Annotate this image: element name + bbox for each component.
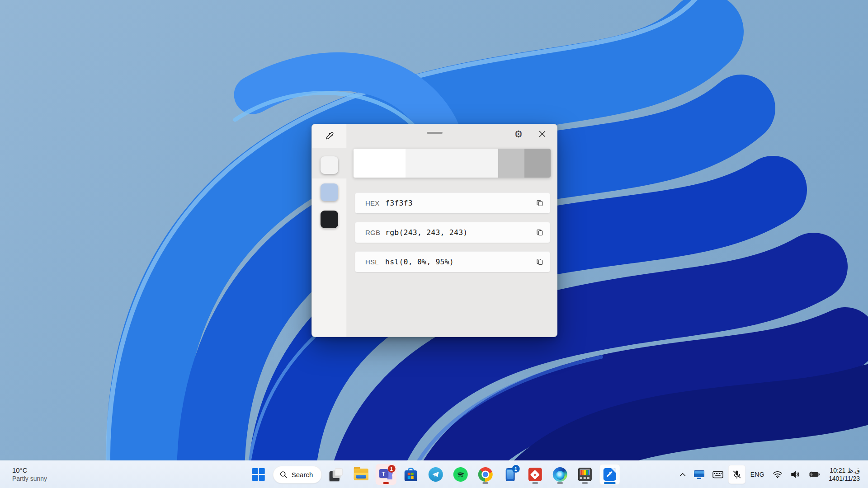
chrome-running-indicator (482, 482, 488, 484)
taskbar-app-red-diamond[interactable]: » (524, 464, 545, 485)
color-picker-window: ⚙ HEX f3f3f3 RGB (311, 124, 557, 337)
color-picker-app-icon (603, 468, 616, 481)
shade-gradient-bar[interactable] (354, 149, 551, 178)
windows-logo-icon (252, 468, 265, 481)
taskbar-center: Search T 1 (248, 461, 620, 488)
start-button[interactable] (248, 464, 269, 485)
taskbar-app-screenshot-layers[interactable] (326, 464, 346, 485)
chrome-icon (478, 467, 492, 482)
weather-widget[interactable]: 10°C Partly sunny (12, 466, 47, 483)
volume-button[interactable] (788, 465, 803, 484)
weather-temperature: 10°C (12, 466, 47, 475)
battery-charging-icon (808, 471, 820, 478)
tray-date: 1401/11/23 (829, 474, 860, 483)
history-swatch-3[interactable] (321, 211, 338, 228)
format-row-hsl[interactable]: HSL hsl(0, 0%, 95%) (355, 251, 550, 272)
close-button[interactable] (533, 126, 551, 141)
wifi-icon (773, 471, 783, 479)
store-bag-icon (404, 468, 417, 481)
layered-squares-icon (329, 468, 343, 481)
eyedropper-icon (324, 131, 335, 141)
teams-notification-badge: 1 (387, 465, 395, 473)
hsl-label: HSL (355, 258, 385, 266)
palette-running-indicator (582, 482, 588, 484)
taskbar-app-telegram[interactable] (425, 464, 446, 485)
history-swatch-1[interactable] (321, 156, 338, 174)
edge-icon (552, 467, 567, 482)
network-button[interactable] (769, 465, 786, 484)
shade-lighter[interactable] (354, 149, 406, 178)
settings-button[interactable]: ⚙ (510, 126, 527, 141)
copy-icon (536, 229, 544, 236)
shade-darker-2[interactable] (524, 149, 551, 178)
taskbar-app-phone-link[interactable]: 1 (500, 464, 520, 485)
taskbar-app-color-palette[interactable] (574, 464, 595, 485)
microphone-muted-button[interactable] (728, 465, 745, 484)
taskbar-app-edge[interactable] (549, 464, 570, 485)
search-icon (280, 471, 288, 479)
format-row-rgb[interactable]: RGB rgb(243, 243, 243) (355, 222, 550, 243)
keyboard-icon (712, 471, 723, 479)
taskbar-app-file-explorer[interactable] (350, 464, 371, 485)
hidden-icons-button[interactable] (676, 465, 689, 484)
touch-keyboard-button[interactable] (709, 465, 726, 484)
hsl-value: hsl(0, 0%, 95%) (385, 258, 530, 266)
taskbar-app-microsoft-store[interactable] (400, 464, 421, 485)
format-row-hex[interactable]: HEX f3f3f3 (355, 192, 550, 214)
color-picker-active-indicator (604, 482, 615, 484)
system-tray: ENG (676, 461, 863, 488)
window-drag-handle[interactable] (427, 132, 443, 134)
pick-color-button[interactable] (321, 128, 338, 144)
mic-muted-icon (732, 469, 742, 479)
rgb-label: RGB (355, 229, 385, 236)
gear-icon: ⚙ (514, 129, 523, 139)
search-box[interactable]: Search (273, 466, 322, 483)
copy-icon (536, 258, 544, 266)
telegram-icon (428, 467, 443, 482)
shade-darker-1[interactable] (498, 149, 524, 178)
spotify-icon (453, 467, 467, 482)
close-icon (539, 131, 546, 137)
desktop: ⚙ HEX f3f3f3 RGB (0, 0, 868, 488)
red-diamond-icon: » (528, 468, 542, 481)
copy-icon (536, 199, 544, 207)
taskbar-app-teams[interactable]: T 1 (375, 464, 396, 485)
weather-condition: Partly sunny (12, 475, 47, 483)
battery-button[interactable] (805, 465, 823, 484)
edge-running-indicator (557, 482, 563, 484)
folder-icon (354, 469, 368, 480)
color-bars-icon (578, 468, 591, 481)
tray-display-app[interactable] (691, 465, 708, 484)
search-label: Search (292, 471, 313, 479)
shade-current[interactable] (406, 149, 498, 178)
history-swatch-2[interactable] (321, 183, 338, 201)
rgb-value: rgb(243, 243, 243) (385, 228, 530, 237)
red-diamond-running-indicator (532, 482, 538, 484)
chevron-up-icon (679, 473, 686, 477)
color-history-sidebar (312, 124, 347, 337)
phone-link-badge: 1 (512, 465, 519, 473)
speaker-icon (791, 470, 800, 479)
taskbar-app-spotify[interactable] (450, 464, 471, 485)
language-indicator[interactable]: ENG (747, 465, 768, 484)
clock-widget[interactable]: ق.ظ 10:21 1401/11/23 (825, 466, 863, 483)
language-label: ENG (750, 471, 764, 478)
hex-label: HEX (355, 199, 385, 207)
copy-rgb-button[interactable] (530, 222, 550, 243)
taskbar: 10°C Partly sunny Search (0, 460, 868, 488)
teams-running-indicator (383, 482, 389, 484)
taskbar-app-color-picker-active[interactable] (599, 464, 620, 485)
tray-time: ق.ظ 10:21 (830, 466, 860, 474)
blue-monitor-icon (694, 470, 704, 479)
taskbar-app-chrome[interactable] (475, 464, 495, 485)
hex-value: f3f3f3 (385, 199, 530, 207)
copy-hsl-button[interactable] (530, 252, 550, 272)
copy-hex-button[interactable] (530, 193, 550, 213)
